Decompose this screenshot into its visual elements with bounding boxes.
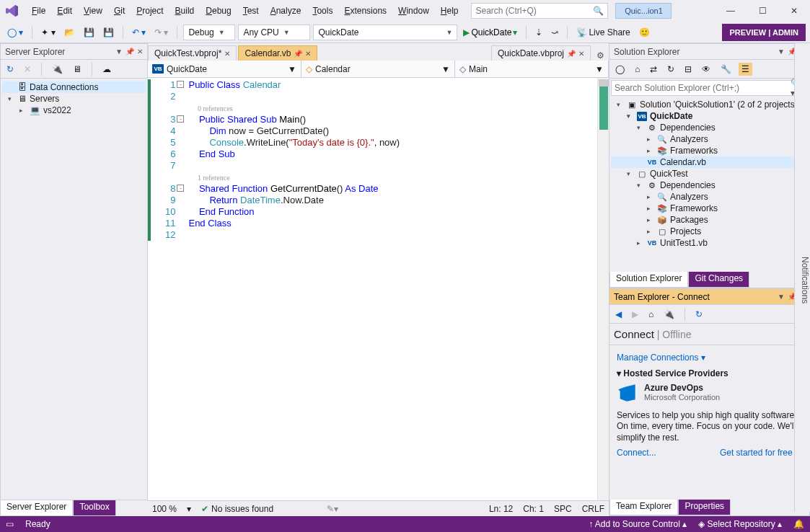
fold-icon[interactable]: -	[177, 81, 184, 88]
open-file-button[interactable]: 📂	[61, 26, 78, 39]
team-connect-header[interactable]: Connect | Offline ▼	[609, 324, 809, 345]
sol-item-quicktest[interactable]: ▾▢QuickTest	[611, 168, 808, 179]
menu-build[interactable]: Build	[170, 4, 201, 18]
home-button[interactable]: ⌂	[632, 63, 643, 76]
undo-button[interactable]: ↶ ▾	[129, 26, 149, 39]
menu-help[interactable]: Help	[435, 4, 465, 18]
tab-server-explorer[interactable]: Server Explorer	[0, 500, 73, 516]
solution-search[interactable]: 🔍▾	[611, 80, 808, 96]
connect-db-button[interactable]: 🔌	[49, 63, 66, 76]
add-source-control[interactable]: ↑ Add to Source Control ▴	[589, 519, 687, 529]
home-button[interactable]: ⌂	[646, 308, 656, 321]
minimize-button[interactable]: ―	[715, 0, 747, 22]
refresh-button[interactable]: ↻	[4, 63, 17, 76]
close-icon[interactable]: ✕	[224, 50, 230, 58]
preview-button[interactable]: ☰	[739, 63, 752, 76]
sol-item-projects[interactable]: ▸▢Projects	[611, 226, 808, 237]
sol-item-frameworks[interactable]: ▸📚Frameworks	[611, 203, 808, 214]
feedback-button[interactable]: 🙂	[636, 26, 653, 39]
nav-member-combo[interactable]: ◇Main▼	[455, 61, 609, 77]
doc-tab-quicktest-vbproj-[interactable]: QuickTest.vbproj*✕	[148, 45, 237, 61]
server-explorer-tree[interactable]: 🗄Data Connections▾🖥Servers▸💻vs2022	[1, 79, 147, 119]
tab-team-explorer[interactable]: Team Explorer	[609, 500, 678, 515]
refresh-button[interactable]: ↻	[664, 63, 677, 76]
close-button[interactable]: ✕	[778, 0, 810, 22]
pin-icon[interactable]: 📌	[567, 50, 576, 58]
step-over-button[interactable]: ⤻	[548, 26, 561, 39]
plug-button[interactable]: 🔌	[661, 308, 677, 321]
issues-status[interactable]: ✔No issues found	[201, 504, 273, 514]
sol-item-calendar-vb[interactable]: VBCalendar.vb	[611, 156, 808, 168]
pin-icon[interactable]: 📌	[294, 50, 302, 58]
sol-item-unittest1-vb[interactable]: ▸VBUnitTest1.vb	[611, 237, 808, 249]
doc-tab-calendar-vb[interactable]: Calendar.vb📌✕	[238, 45, 317, 61]
pin-icon[interactable]: 📌	[126, 48, 134, 56]
se-item-vs2022[interactable]: ▸💻vs2022	[2, 105, 146, 116]
redo-button[interactable]: ↷ ▾	[151, 26, 171, 39]
step-into-button[interactable]: ⇣	[532, 26, 545, 39]
solution-tree[interactable]: ▾▣Solution 'QuickSolution1' (2 of 2 proj…	[609, 97, 809, 250]
code-editor[interactable]: 123456789101112 -Public Class Calendar 0…	[148, 78, 609, 500]
stop-button[interactable]: ✕	[21, 63, 34, 76]
tab-solution-explorer[interactable]: Solution Explorer	[609, 272, 688, 288]
vertical-scrollbar[interactable]	[597, 78, 609, 500]
close-icon[interactable]: ✕	[578, 50, 584, 58]
save-all-button[interactable]: 💾	[100, 26, 117, 39]
sol-item-solution-quicksolution1-2-of-2-projects-[interactable]: ▾▣Solution 'QuickSolution1' (2 of 2 proj…	[611, 99, 808, 110]
connect-server-button[interactable]: 🖥	[70, 63, 84, 76]
get-started-link[interactable]: Get started for free ➜	[720, 448, 802, 458]
run-button[interactable]: ▶ QuickDate ▾	[460, 26, 520, 39]
notifications-bell-icon[interactable]: 🔔	[793, 519, 804, 529]
sol-item-quickdate[interactable]: ▾VBQuickDate	[611, 110, 808, 122]
nav-class-combo[interactable]: ◇Calendar▼	[301, 61, 455, 77]
close-icon[interactable]: ✕	[305, 50, 311, 58]
sol-item-analyzers[interactable]: ▸🔍Analyzers	[611, 191, 808, 203]
menu-file[interactable]: File	[26, 4, 51, 18]
fold-icon[interactable]: -	[177, 185, 184, 192]
show-all-button[interactable]: 👁	[699, 63, 713, 76]
new-item-button[interactable]: ✦ ▾	[38, 26, 58, 39]
menu-edit[interactable]: Edit	[51, 4, 78, 18]
sol-item-frameworks[interactable]: ▸📚Frameworks	[611, 145, 808, 156]
spaces-indicator[interactable]: SPC	[554, 504, 572, 514]
config-combo[interactable]: Debug▼	[183, 25, 235, 40]
connect-link[interactable]: Connect...	[617, 448, 656, 458]
collapse-button[interactable]: ⊟	[682, 63, 695, 76]
zoom-combo[interactable]: 100 %	[152, 504, 177, 514]
notifications-strip[interactable]: Notifications	[794, 43, 810, 512]
select-repository[interactable]: ◈ Select Repository ▴	[698, 519, 782, 529]
se-item-servers[interactable]: ▾🖥Servers	[2, 93, 146, 105]
menu-project[interactable]: Project	[131, 4, 169, 18]
nav-project-combo[interactable]: VBQuickDate▼	[148, 61, 301, 77]
gear-icon[interactable]: ⚙	[592, 50, 609, 61]
menu-view[interactable]: View	[78, 4, 108, 18]
azure-button[interactable]: ☁	[100, 63, 114, 76]
sync-button[interactable]: ⇄	[647, 63, 660, 76]
sol-item-dependencies[interactable]: ▾⚙Dependencies	[611, 179, 808, 191]
back-nav-button[interactable]: ◯ ▾	[4, 26, 26, 39]
se-item-data-connections[interactable]: 🗄Data Connections	[2, 81, 146, 93]
search-input[interactable]	[475, 6, 593, 16]
back-button[interactable]: ◀	[612, 308, 625, 321]
back-button[interactable]: ◯	[612, 63, 628, 76]
menu-test[interactable]: Test	[237, 4, 265, 18]
refresh-button[interactable]: ↻	[692, 308, 705, 321]
doc-tab-quickdate-vbproj[interactable]: QuickDate.vbproj📌✕	[491, 45, 591, 61]
menu-window[interactable]: Window	[392, 4, 435, 18]
lineending-indicator[interactable]: CRLF	[582, 504, 604, 514]
maximize-button[interactable]: ☐	[747, 0, 778, 22]
sol-item-dependencies[interactable]: ▾⚙Dependencies	[611, 122, 808, 133]
tab-git-changes[interactable]: Git Changes	[688, 272, 749, 288]
menu-debug[interactable]: Debug	[200, 4, 237, 18]
close-icon[interactable]: ✕	[137, 48, 143, 56]
menu-tools[interactable]: Tools	[307, 4, 338, 18]
fold-icon[interactable]: -	[177, 115, 184, 123]
dropdown-icon[interactable]: ▼	[778, 48, 785, 56]
global-search[interactable]: 🔍	[471, 3, 608, 19]
preview-admin-badge[interactable]: PREVIEW | ADMIN	[722, 24, 806, 41]
manage-connections-link[interactable]: Manage Connections ▾	[617, 353, 802, 364]
sol-item-packages[interactable]: ▸📦Packages	[611, 214, 808, 226]
solution-search-input[interactable]	[615, 83, 791, 93]
menu-extensions[interactable]: Extensions	[338, 4, 392, 18]
live-share-button[interactable]: 📡 Live Share	[573, 26, 633, 39]
